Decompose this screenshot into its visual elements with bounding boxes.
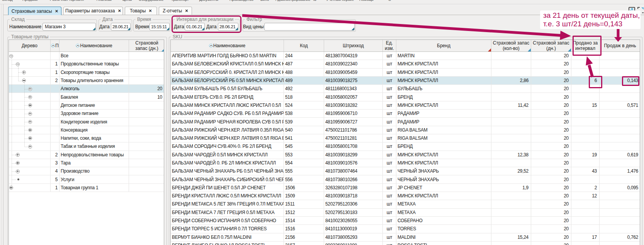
tree-row-Производство[interactable]: 4Производство [9, 167, 164, 175]
column-header-Страховой запас (дн.)[interactable]: Страховойзапас (дн.) [129, 40, 164, 51]
tree-expand-icon[interactable] [16, 153, 20, 157]
sku-row-488[interactable]: БАЛЬЗАМ БЕЛОРУССКИЙ 0. КРИСТАЛЛ 2Л МИНСК… [171, 69, 640, 77]
sku-row-1514[interactable]: БРЕНДИ СОБЕРАНО ИСПАНИЯ 0.5Л СОБЕРАНО151… [171, 217, 640, 225]
sku-row-492[interactable]: БАЛЬЗАМ БУЛЬБАШЪ РБ 0.5Л БУЛЬБАШЪ4924811… [171, 85, 640, 93]
tree-row-Напитки, соки, вода[interactable]: Напитки, соки, вода [9, 134, 164, 142]
menu-item-Администрирование[interactable]: Администрирование [275, 0, 311, 2]
sku-row-1509[interactable]: БРЕНДИ КРИСТАЛЛ ЛЮКС 0.5Л МИНСК КРИСТАЛЛ… [171, 192, 640, 200]
vremya-input[interactable]: 15:15:11 [150, 23, 170, 31]
menu-item-Анализы[interactable]: Анализы [97, 0, 112, 2]
menu-item-Склад[interactable]: Склад [2, 0, 13, 2]
tree-row-Все[interactable]: Все [9, 52, 164, 60]
sku-row-1506[interactable]: БРЕНДИ ДЖЕЙ ПИ ШЕНЕТ 0.5Л JP CHENET15063… [171, 184, 640, 192]
menu-item-Оборудование[interactable]: Оборудование [139, 0, 164, 2]
filtr-vid-combobox[interactable] [264, 23, 355, 31]
tree-expand-icon[interactable] [9, 186, 13, 190]
sku-row-518[interactable]: БАЛЬЗАМ ЕГЕРЬ СУВ.0. РБ 2Л БРЕНД51848100… [171, 93, 640, 101]
column-header-Наименование[interactable]: Наименование [171, 40, 284, 51]
column-header-Страховой запас (кол-во)[interactable]: Страховой запас(кол-во) [491, 40, 531, 51]
sku-row-541[interactable]: БАЛЬЗАМ РИЖСКИЙ ЧЕРН.КЕР. ЛАТВИЯ 0.5Л RI… [171, 134, 640, 142]
column-header-Бренд[interactable]: Бренд [396, 40, 491, 51]
tab-close-icon[interactable]: × [185, 9, 188, 13]
tree-collapse-icon[interactable] [16, 62, 20, 66]
sku-row-539[interactable]: БАЛЬЗАМ РАДАМИР ЧЕРНАЯ КОРОЛЕВА СУВ 0.5Л… [171, 118, 640, 126]
tree-row-Кондитерские изделия[interactable]: Кондитерские изделия [9, 118, 164, 126]
sku-row-538[interactable]: БАЛЬЗАМ РАДАМИР САДКО СУВ. РБ 0.5Л РАДАМ… [171, 110, 640, 118]
tree-row-Скоропортящие товары[interactable]: 1Скоропортящие товары [9, 69, 164, 77]
tree-row-Услуги[interactable]: 5Услуги [9, 175, 164, 183]
tree-expand-icon[interactable] [28, 120, 32, 124]
tab-Z-отчеты[interactable]: Z-отчеты× [159, 7, 192, 15]
menu-item-Помощь[interactable]: Помощь [359, 0, 374, 2]
data-input[interactable]: 28.06.21 [111, 23, 131, 31]
column-header-Ед. изм.[interactable]: Ед.изм. [383, 40, 396, 51]
tree-collapse-icon[interactable] [22, 79, 26, 82]
menu-item-Продажи[interactable]: Продажи [22, 0, 38, 2]
tree-row-Алкоголь[interactable]: Алкоголь20 [9, 85, 164, 93]
tree-row-Детское питание[interactable]: Детское питание [9, 101, 164, 110]
tab-close-icon[interactable]: × [149, 9, 152, 13]
tree-expand-icon[interactable] [28, 145, 32, 149]
column-header-Наименование[interactable]: Наименование [59, 40, 129, 51]
tree-expand-icon[interactable] [28, 87, 32, 91]
sku-row-1511[interactable]: БРЕНДИ МЕТАКСА 5 ЛЕТ 38% ГРЕЦИЯ 0.7Л MET… [171, 200, 640, 208]
menu-item-Учетный сервис[interactable]: Учетный сервис [326, 0, 354, 2]
dock-icon-glyph [641, 7, 644, 10]
column-header-Продаж в день[interactable]: Продаж в день [600, 40, 640, 51]
column-header-Код[interactable]: Код [284, 40, 324, 51]
menu-item-Документы[interactable]: Документы [199, 0, 218, 2]
tab-Параметры автозаказа[interactable]: Параметры автозаказа× [63, 7, 123, 15]
tab-close-icon[interactable]: × [55, 9, 58, 13]
tree-expand-icon[interactable] [16, 170, 20, 173]
menu-item-Транспорт[interactable]: Транспорт [171, 0, 189, 2]
tree-expand-icon[interactable] [28, 128, 32, 132]
menu-item-О[interactable]: О [388, 0, 391, 2]
tree-row-Здоровое питание[interactable]: Здоровое питание [9, 110, 164, 118]
tab-Товары[interactable]: Товары× [125, 7, 157, 15]
sku-row-554[interactable]: БАЛЬЗАМ ЧАРОДЕЙ 0. РБ 2Л МИНСК КРИСТАЛЛ5… [171, 159, 640, 167]
tree-expand-icon[interactable] [28, 95, 32, 99]
sku-row-553[interactable]: БАЛЬЗАМ ЧАРОДЕЙ 0.5Л МИНСК КРИСТАЛЛ55348… [171, 151, 640, 159]
column-header-Дерево[interactable]: Дерево [9, 40, 51, 51]
sku-row-2157[interactable]: ВЕРМУТ ДЖИБО БЬЯНКО 1Л BOSCA TOSTI215780… [171, 242, 640, 245]
column-header-Штрихкод[interactable]: Штрихкод [324, 40, 383, 51]
sku-row-540[interactable]: БАЛЬЗАМ РИЖСКИЙ ЧЕРН.КЕР. ЛАТВИЯ 0.35Л R… [171, 126, 640, 134]
sku-row-524[interactable]: БАЛЬЗАМ МИНСК КРИСТАЛЛ ЛЮКС КРИСТАЛ 0.5Л… [171, 101, 640, 110]
sku-row-244[interactable]: АПЕРИТИВ МАРТИН ГОЛД БЬЯНКО 0.5Л MARTIN2… [171, 52, 640, 60]
tree-row-Непродовольственные товары[interactable]: 2Непродовольственные товары [9, 151, 164, 159]
sku-row-545[interactable]: БАЛЬЗАМ СОРОДИЧ СУВ.40% 0. РБ 2Л БРЕНД54… [171, 142, 640, 151]
column-header-П[interactable]: П [51, 40, 59, 51]
tree-row-Товары длительного хранения[interactable]: 2Товары длительного хранения [9, 77, 164, 85]
tree-row-Бакалея[interactable]: Бакалея10 [9, 93, 164, 101]
sku-row-556[interactable]: БАЛЬЗАМ ЧЕРНЫЙ ЗНАХАРЬ СИБИРСКИЙ 0.5Л ЧЕ… [171, 175, 640, 183]
menu-item-ЧЗ[interactable]: ЧЗ [312, 0, 316, 2]
tree-expand-icon[interactable] [28, 112, 32, 116]
sku-row-1512[interactable]: БРЕНДИ МЕТАКСА 7 ЛЕТ ГРЕЦИЯ 0.5Л METAXA1… [171, 209, 640, 217]
tab-close-icon[interactable]: × [118, 9, 121, 13]
menu-item-Вино[interactable]: Вино [260, 0, 269, 2]
column-header-Страховой запас (дн.)[interactable]: Страховой запас(дн.) [531, 40, 571, 51]
tree-expand-icon[interactable] [16, 161, 20, 165]
menu-item-Цены[interactable]: Цены [122, 0, 132, 2]
tree-expand-icon[interactable] [28, 136, 32, 140]
header-line: (кол-во) [503, 46, 520, 51]
sku-cell-sold [571, 159, 600, 167]
tree-row-Консервация[interactable]: Консервация [9, 126, 164, 134]
sku-row-2156[interactable]: ВЕРМУТ БИАНКО БЕЛ 0.75Л MALDINI215648107… [171, 233, 640, 242]
sku-row-1516[interactable]: БРЕНДИ ТОРРЕС 5 ИСПАНИЯ 0.7Л TORRES15168… [171, 225, 640, 233]
tree-collapse-icon[interactable] [9, 54, 13, 58]
tree-row-Товарная группа 1[interactable]: 1Товарная группа 1 [9, 184, 164, 192]
sku-row-489[interactable]: БАЛЬЗАМ БЕЛОРУССКИЙ РБ 0.5Л МИНСК КРИСТА… [171, 77, 640, 85]
tree-row-Продовольственные товары[interactable]: 1Продовольственные товары [9, 60, 164, 68]
tree-expand-icon[interactable] [28, 103, 32, 107]
menu-item-Производство[interactable]: Производство [229, 0, 253, 2]
sklad-name-combobox[interactable]: Магазин 3 [42, 23, 96, 31]
sku-cell-unit: шт [383, 142, 396, 150]
menu-item-Розничная торговля[interactable]: Розничная торговля [50, 0, 84, 2]
tab-Страховые запасы[interactable]: Страховые запасы× [8, 7, 61, 15]
sku-row-487[interactable]: БАЛЬЗАМ БЕЛОВЕЖСКИЙ КРИСТАЛЛ 0.5Л МИНСК … [171, 60, 640, 68]
tree-row-Табак и табачные изделия[interactable]: Табак и табачные изделия [9, 142, 164, 151]
tree-row-Тара[interactable]: 3Тара [9, 159, 164, 167]
sku-row-555[interactable]: БАЛЬЗАМ ЧЕРНЫЙ ЗНАХАРЬ РБ 0.5Л ЧЕРНЫЙ ЗН… [171, 167, 640, 175]
tree-expand-icon[interactable] [22, 70, 26, 74]
